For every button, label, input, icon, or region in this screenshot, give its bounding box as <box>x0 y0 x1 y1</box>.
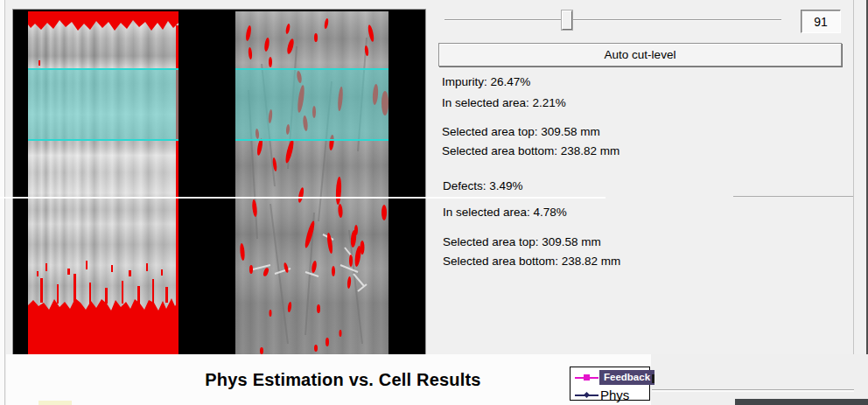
legend-item-feedback[interactable]: Feedback <box>570 370 654 385</box>
impurity-in-selected: In selected area: 2.21% <box>442 96 566 110</box>
auto-cut-level-button[interactable]: Auto cut-level <box>438 43 842 66</box>
impurity-area-top: Selected area top: 309.58 mm <box>442 125 600 139</box>
window-left-edge <box>0 0 5 405</box>
chart-area: Phys Estimation vs. Cell Results <box>6 354 651 405</box>
feedback-line-icon <box>575 377 598 379</box>
selection-band-overlay[interactable] <box>28 68 178 141</box>
defects-summary: Defects: 3.49% <box>443 179 523 193</box>
cut-level-line <box>0 197 606 199</box>
defects-area-top: Selected area top: 309.58 mm <box>443 235 601 249</box>
legend-label-feedback: Feedback <box>599 370 654 385</box>
feedback-square-marker-icon <box>584 374 590 381</box>
chart-fragment <box>38 401 72 405</box>
pane-divider-line <box>853 0 854 390</box>
cut-level-value-box <box>801 10 841 33</box>
cut-level-slider-track[interactable] <box>444 19 781 21</box>
left-scan-texture <box>28 11 178 354</box>
impurity-summary: Impurity: 26.47% <box>442 75 530 89</box>
panel-groove-highlight <box>652 390 854 392</box>
legend-label-phys: Phys <box>600 388 629 402</box>
legend-item-phys[interactable]: Phys <box>570 388 629 402</box>
chart-title: Phys Estimation vs. Cell Results <box>159 370 527 390</box>
defects-area-bottom: Selected area bottom: 238.82 mm <box>443 255 620 269</box>
right-scan-image[interactable] <box>235 11 388 354</box>
scan-viewer-panel <box>12 9 426 357</box>
phys-diamond-marker-icon <box>584 391 590 397</box>
left-scan-image[interactable] <box>28 11 178 354</box>
background-window-edge <box>735 399 868 405</box>
cut-level-slider-thumb[interactable] <box>562 10 572 30</box>
bottom-right-panel <box>651 354 868 405</box>
chart-legend: Feedback Phys <box>570 367 650 401</box>
selection-band-overlay[interactable] <box>235 68 388 141</box>
defects-in-selected: In selected area: 4.78% <box>443 206 567 220</box>
cut-level-value-input[interactable] <box>802 10 840 32</box>
phys-line-icon <box>575 395 598 396</box>
occluded-text-fragment <box>652 374 654 383</box>
right-scan-texture <box>235 11 388 354</box>
impurity-area-bottom: Selected area bottom: 238.82 mm <box>442 144 620 158</box>
separator-line <box>733 196 853 197</box>
